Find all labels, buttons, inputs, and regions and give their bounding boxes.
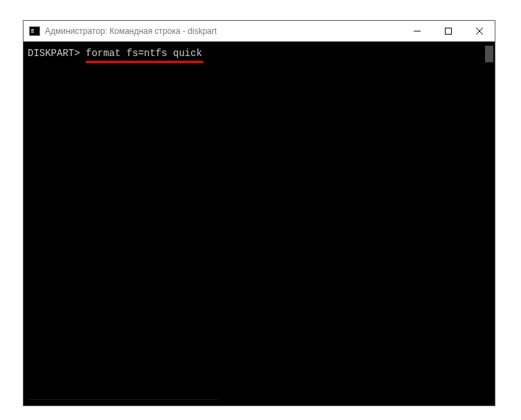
- maximize-icon: [445, 28, 452, 35]
- svg-rect-1: [445, 28, 451, 35]
- window-controls: [401, 21, 495, 42]
- command-wrap: format fs=ntfs quick: [86, 46, 202, 61]
- command-text: format fs=ntfs quick: [86, 48, 202, 59]
- minimize-icon: [414, 28, 421, 35]
- bottom-divider: [28, 399, 218, 400]
- window-title: Администратор: Командная строка - diskpa…: [45, 26, 401, 36]
- cmd-icon: [29, 26, 40, 36]
- command-underline: [86, 61, 203, 63]
- minimize-button[interactable]: [401, 21, 432, 42]
- scrollbar-thumb[interactable]: [485, 46, 493, 62]
- close-button[interactable]: [464, 21, 495, 42]
- scrollbar-track[interactable]: [484, 42, 495, 405]
- console-area[interactable]: DISKPART> format fs=ntfs quick: [24, 42, 495, 405]
- console-line: DISKPART> format fs=ntfs quick: [28, 46, 495, 61]
- command-prompt-window: Администратор: Командная строка - diskpa…: [23, 20, 495, 406]
- prompt-text: DISKPART>: [28, 48, 86, 59]
- close-icon: [476, 28, 483, 35]
- maximize-button[interactable]: [432, 21, 464, 42]
- titlebar[interactable]: Администратор: Командная строка - diskpa…: [24, 21, 495, 42]
